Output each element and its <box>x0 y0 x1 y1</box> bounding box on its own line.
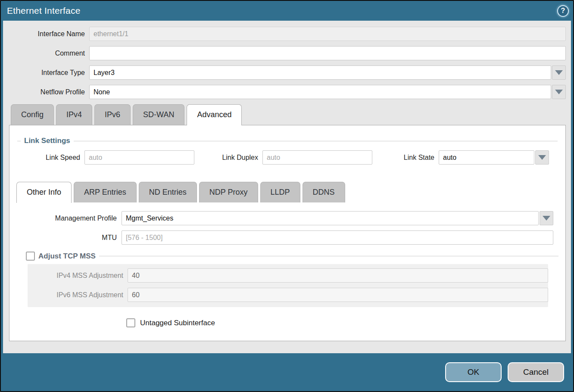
management-profile-row: Management Profile <box>16 211 558 225</box>
help-icon[interactable]: ? <box>557 5 569 17</box>
adjust-tcp-mss-checkbox[interactable] <box>26 252 35 261</box>
mtu-input[interactable] <box>122 230 553 245</box>
comment-input[interactable] <box>89 46 566 60</box>
mss-disabled-box: IPv4 MSS Adjustment IPv6 MSS Adjustment <box>28 264 548 307</box>
link-duplex-label: Link Duplex <box>214 154 262 162</box>
link-duplex-input[interactable] <box>262 150 372 165</box>
link-settings-row: Link Speed Link Duplex Link State <box>17 145 558 173</box>
ok-button[interactable]: OK <box>445 362 502 382</box>
comment-label: Comment <box>9 50 89 57</box>
chevron-down-icon <box>538 155 546 160</box>
cancel-button[interactable]: Cancel <box>508 362 564 382</box>
ipv6-mss-row: IPv6 MSS Adjustment <box>28 288 548 302</box>
dialog-body: Interface Name Comment Interface Type Ne… <box>3 21 571 353</box>
chevron-down-icon <box>543 216 550 221</box>
untagged-subinterface-checkbox[interactable] <box>126 318 135 327</box>
ipv4-mss-label: IPv4 MSS Adjustment <box>28 272 128 280</box>
management-profile-label: Management Profile <box>16 215 122 222</box>
dialog-titlebar: Ethernet Interface ? <box>1 1 573 21</box>
ipv6-mss-label: IPv6 MSS Adjustment <box>28 291 128 299</box>
tab-config[interactable]: Config <box>11 104 54 125</box>
link-state-label: Link State <box>399 154 439 162</box>
netflow-profile-label: Netflow Profile <box>9 88 89 96</box>
comment-row: Comment <box>9 46 566 60</box>
netflow-profile-row: Netflow Profile <box>9 85 566 99</box>
interface-type-label: Interface Type <box>9 69 89 77</box>
untagged-subinterface-row: Untagged Subinterface <box>126 318 558 327</box>
adjust-tcp-mss-label: Adjust TCP MSS <box>38 252 96 261</box>
tab-ipv4[interactable]: IPv4 <box>56 104 92 125</box>
interface-type-dropdown-button[interactable] <box>552 65 566 80</box>
link-state-input[interactable] <box>439 150 534 165</box>
adjust-tcp-mss-legend: Adjust TCP MSS <box>25 252 99 261</box>
interface-type-row: Interface Type <box>9 65 566 80</box>
tab-advanced[interactable]: Advanced <box>187 104 242 125</box>
adjust-tcp-mss-fieldset: Adjust TCP MSS IPv4 MSS Adjustment IPv6 … <box>25 252 558 307</box>
tab-ipv6[interactable]: IPv6 <box>94 104 131 125</box>
mtu-label: MTU <box>16 234 122 242</box>
netflow-profile-dropdown-button[interactable] <box>552 85 566 99</box>
tab-nd-entries[interactable]: ND Entries <box>139 182 197 202</box>
tab-lldp[interactable]: LLDP <box>260 182 300 202</box>
tab-other-info[interactable]: Other Info <box>16 182 72 203</box>
chevron-down-icon <box>555 70 563 75</box>
chevron-down-icon <box>555 90 563 94</box>
management-profile-dropdown-button[interactable] <box>540 211 553 225</box>
main-tab-bar: Config IPv4 IPv6 SD-WAN Advanced <box>9 104 566 125</box>
sub-tab-bar: Other Info ARP Entries ND Entries NDP Pr… <box>16 182 558 202</box>
dialog-footer: OK Cancel <box>1 353 573 391</box>
tab-ndp-proxy[interactable]: NDP Proxy <box>199 182 258 202</box>
tab-arp-entries[interactable]: ARP Entries <box>74 182 137 202</box>
advanced-tab-panel: Link Settings Link Speed Link Duplex Lin… <box>9 125 566 341</box>
link-settings-fieldset: Link Settings Link Speed Link Duplex Lin… <box>17 137 558 173</box>
management-profile-input[interactable] <box>122 211 539 225</box>
ipv4-mss-input <box>128 268 548 283</box>
link-settings-legend: Link Settings <box>21 137 74 145</box>
dialog-title: Ethernet Interface <box>7 6 81 16</box>
untagged-subinterface-label: Untagged Subinterface <box>140 319 215 327</box>
link-state-dropdown-button[interactable] <box>535 150 549 165</box>
ipv6-mss-input <box>128 288 548 302</box>
interface-type-input[interactable] <box>89 65 551 80</box>
ipv4-mss-row: IPv4 MSS Adjustment <box>28 268 548 283</box>
ethernet-interface-dialog: Ethernet Interface ? Interface Name Comm… <box>0 0 574 392</box>
netflow-profile-input[interactable] <box>89 85 551 99</box>
interface-name-input <box>89 27 566 41</box>
mtu-row: MTU <box>16 230 558 245</box>
tab-sdwan[interactable]: SD-WAN <box>133 104 184 125</box>
interface-name-label: Interface Name <box>9 30 89 38</box>
interface-name-row: Interface Name <box>9 27 566 41</box>
link-speed-label: Link Speed <box>20 154 84 162</box>
tab-ddns[interactable]: DDNS <box>303 182 345 202</box>
link-speed-input[interactable] <box>84 150 194 165</box>
